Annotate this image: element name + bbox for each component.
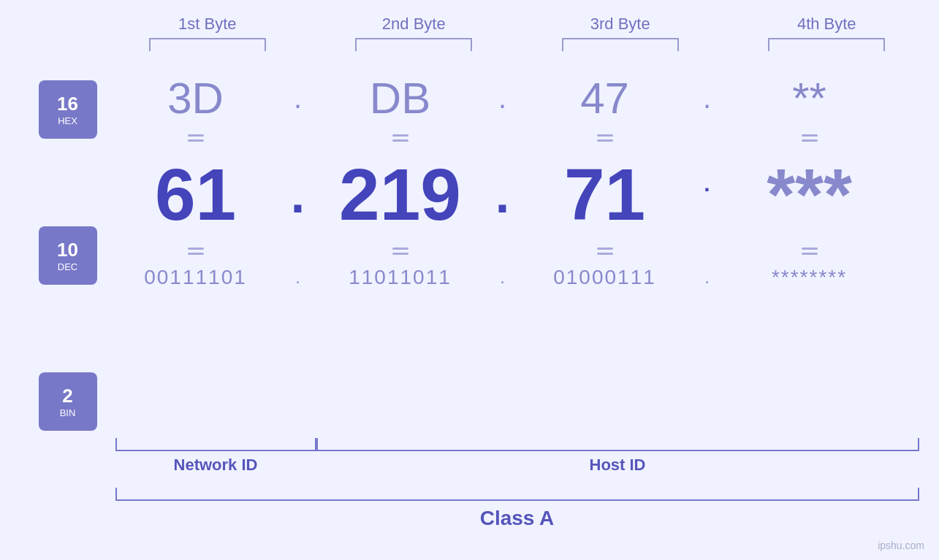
hex-value-2: DB bbox=[370, 73, 430, 123]
hex-value-1: 3D bbox=[167, 73, 224, 123]
byte-col-1: 1st Byte bbox=[115, 15, 300, 51]
equals-cell-1b bbox=[104, 248, 287, 255]
bin-value-2: 11011011 bbox=[349, 266, 452, 289]
dec-dot-1: . bbox=[287, 166, 309, 224]
labels-col: 16 HEX 10 DEC 2 BIN bbox=[39, 73, 97, 431]
equals-cell-4a bbox=[718, 134, 901, 142]
byte-label-2: 2nd Byte bbox=[382, 15, 446, 34]
main-container: 1st Byte 2nd Byte 3rd Byte 4th Byte 16 H… bbox=[0, 0, 939, 560]
hex-dot-3: . bbox=[696, 82, 718, 115]
byte-col-2: 2nd Byte bbox=[322, 15, 506, 51]
class-label: Class A bbox=[115, 501, 919, 530]
bin-dot-1: . bbox=[287, 267, 309, 288]
bin-row: 00111101 . 11011011 . 01000111 . bbox=[104, 266, 901, 289]
equals-icon-4b bbox=[802, 248, 818, 255]
byte-bracket-1 bbox=[149, 38, 266, 51]
host-id-label: Host ID bbox=[316, 451, 919, 475]
network-id-bracket bbox=[115, 438, 316, 451]
dec-cell-4: *** bbox=[718, 153, 901, 237]
hex-dot-1: . bbox=[287, 82, 309, 115]
equals-icon-3 bbox=[597, 134, 613, 142]
equals-icon-3b bbox=[597, 248, 613, 255]
hex-value-3: 47 bbox=[580, 73, 629, 123]
watermark: ipshu.com bbox=[878, 540, 924, 551]
equals-row-2 bbox=[104, 237, 901, 266]
dec-value-1: 61 bbox=[155, 153, 236, 237]
equals-row-1 bbox=[104, 123, 901, 153]
bin-dot-3: . bbox=[696, 267, 718, 288]
equals-icon-1b bbox=[188, 248, 204, 255]
equals-cell-1a bbox=[104, 134, 287, 142]
bin-cell-2: 11011011 bbox=[309, 266, 492, 289]
dec-badge: 10 DEC bbox=[39, 226, 97, 285]
equals-cell-3b bbox=[514, 248, 696, 255]
network-id-label: Network ID bbox=[115, 451, 316, 475]
id-label-row: Network ID Host ID bbox=[115, 451, 919, 475]
equals-cell-3a bbox=[514, 134, 696, 142]
dec-dot-2: . bbox=[492, 166, 514, 224]
dec-value-3: 71 bbox=[564, 153, 645, 237]
byte-col-4: 4th Byte bbox=[734, 15, 919, 51]
bin-cell-3: 01000111 bbox=[514, 266, 696, 289]
dec-dot-3: . bbox=[696, 172, 718, 218]
bin-value-1: 00111101 bbox=[144, 266, 247, 289]
hex-dot-2: . bbox=[492, 82, 514, 115]
hex-badge: 16 HEX bbox=[39, 80, 97, 139]
byte-bracket-3 bbox=[562, 38, 679, 51]
byte-bracket-2 bbox=[355, 38, 472, 51]
bottom-section: Network ID Host ID bbox=[115, 438, 919, 475]
class-bracket bbox=[115, 488, 919, 501]
bin-cell-4: ******** bbox=[718, 266, 901, 289]
data-grid: 3D . DB . 47 . ** bbox=[104, 73, 901, 289]
dec-value-4: *** bbox=[767, 153, 852, 237]
equals-cell-4b bbox=[718, 248, 901, 255]
bin-dot-2: . bbox=[492, 267, 514, 288]
equals-cell-2a bbox=[309, 134, 492, 142]
byte-col-3: 3rd Byte bbox=[528, 15, 713, 51]
hex-cell-3: 47 bbox=[514, 73, 696, 123]
bracket-row bbox=[115, 438, 919, 451]
content-area: 16 HEX 10 DEC 2 BIN 3D . bbox=[39, 73, 901, 431]
bin-badge: 2 BIN bbox=[39, 372, 97, 431]
bin-value-4: ******** bbox=[772, 266, 847, 289]
equals-icon-1 bbox=[188, 134, 204, 142]
hex-cell-4: ** bbox=[718, 73, 901, 123]
equals-icon-4 bbox=[802, 134, 818, 142]
hex-value-4: ** bbox=[792, 73, 826, 123]
byte-label-1: 1st Byte bbox=[178, 15, 236, 34]
equals-cell-2b bbox=[309, 248, 492, 255]
host-id-bracket bbox=[316, 438, 919, 451]
equals-icon-2b bbox=[392, 248, 408, 255]
equals-icon-2 bbox=[392, 134, 408, 142]
hex-cell-1: 3D bbox=[104, 73, 287, 123]
dec-cell-1: 61 bbox=[104, 153, 287, 237]
hex-row: 3D . DB . 47 . ** bbox=[104, 73, 901, 123]
byte-label-3: 3rd Byte bbox=[590, 15, 650, 34]
dec-row: 61 . 219 . 71 . *** bbox=[104, 153, 901, 237]
bin-value-3: 01000111 bbox=[553, 266, 656, 289]
dec-value-2: 219 bbox=[339, 153, 461, 237]
header-row: 1st Byte 2nd Byte 3rd Byte 4th Byte bbox=[115, 15, 919, 51]
byte-bracket-4 bbox=[768, 38, 885, 51]
hex-cell-2: DB bbox=[309, 73, 492, 123]
dec-cell-3: 71 bbox=[514, 153, 696, 237]
class-section: Class A bbox=[115, 488, 919, 530]
byte-label-4: 4th Byte bbox=[797, 15, 856, 34]
bin-cell-1: 00111101 bbox=[104, 266, 287, 289]
dec-cell-2: 219 bbox=[309, 153, 492, 237]
